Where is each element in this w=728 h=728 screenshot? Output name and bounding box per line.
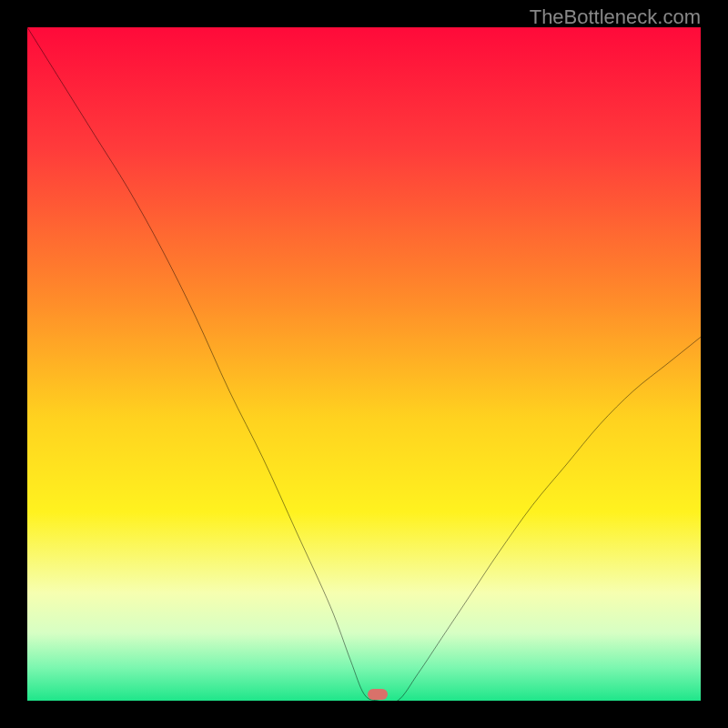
plot-area (27, 27, 701, 701)
bottleneck-curve (27, 27, 701, 701)
watermark-label: TheBottleneck.com (530, 5, 701, 29)
chart-container: TheBottleneck.com (0, 0, 728, 728)
optimal-marker (368, 689, 388, 700)
